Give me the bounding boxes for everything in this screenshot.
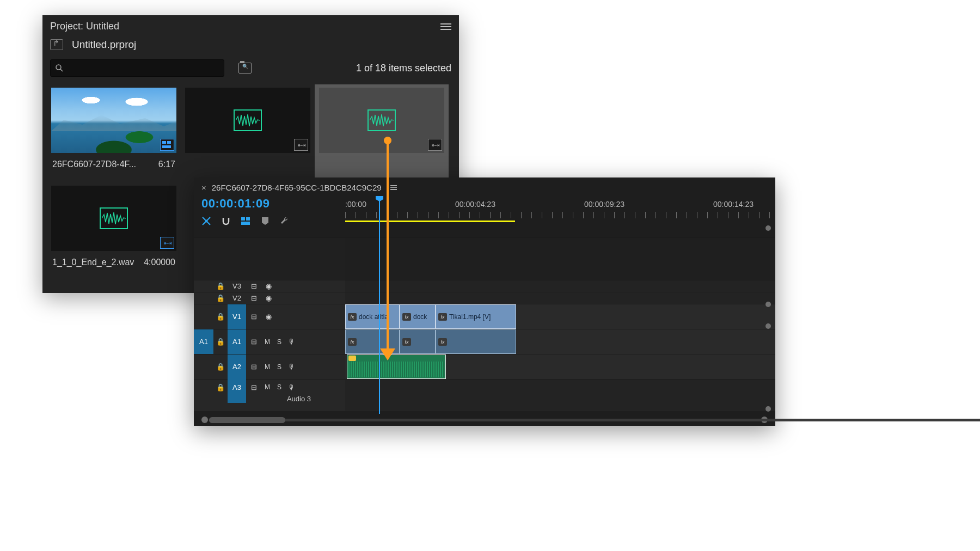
lock-icon[interactable]: 🔒 — [213, 282, 228, 290]
timeline-ruler[interactable]: :00:00 00:00:04:23 00:00:09:23 00:00:14:… — [345, 195, 775, 237]
track-target[interactable]: V2 — [228, 292, 246, 304]
eye-icon[interactable]: ◉ — [261, 313, 275, 321]
solo-toggle[interactable]: S — [273, 383, 285, 391]
sync-lock-icon[interactable]: ⊟ — [246, 282, 261, 290]
bin-item[interactable]: 1_1_0_End_e_2.wav 4:00000 — [47, 182, 181, 280]
panel-menu-icon[interactable] — [440, 23, 451, 30]
source-patch[interactable] — [194, 292, 213, 304]
work-area-bar[interactable] — [345, 221, 515, 222]
solo-toggle[interactable]: S — [273, 338, 285, 346]
playhead-timecode[interactable]: 00:00:01:09 — [201, 195, 345, 211]
vzoom-handle[interactable] — [765, 323, 771, 329]
new-search-bin-icon[interactable] — [238, 63, 252, 74]
source-patch-a1[interactable]: A1 — [194, 329, 213, 354]
lane-v2[interactable] — [345, 292, 775, 304]
scroll-thumb[interactable] — [209, 417, 285, 423]
source-patch[interactable] — [194, 304, 213, 329]
bin-item-caption: 26FC6607-27D8-4F... 6:17 — [51, 153, 176, 169]
insert-overwrite-icon[interactable] — [201, 216, 211, 226]
vzoom-handle[interactable] — [765, 302, 771, 307]
playhead[interactable] — [379, 196, 380, 414]
timeline-tracks[interactable]: fx dock atitla fx dock fx Tikal1.mp4 [V]… — [345, 237, 775, 411]
snap-icon[interactable] — [221, 216, 231, 226]
track-header-v1[interactable]: 🔒 V1 ⊟ ◉ — [194, 304, 345, 329]
sync-lock-icon[interactable]: ⊟ — [246, 338, 261, 346]
eye-icon[interactable]: ◉ — [261, 294, 275, 302]
lock-icon[interactable]: 🔒 — [213, 363, 228, 371]
svg-line-1 — [60, 69, 63, 71]
lane-a1[interactable]: fx fx fx — [345, 329, 775, 354]
lock-icon[interactable]: 🔒 — [213, 338, 228, 346]
track-target[interactable]: A1 — [228, 329, 246, 354]
bin-item-selected[interactable] — [315, 84, 449, 182]
horizontal-zoom-scroll[interactable] — [201, 417, 768, 423]
track-target[interactable]: V3 — [228, 280, 246, 292]
marker-icon[interactable] — [260, 216, 270, 226]
lock-icon[interactable]: 🔒 — [213, 294, 228, 302]
sync-lock-icon[interactable]: ⊟ — [246, 313, 261, 321]
vzoom-handle[interactable] — [765, 225, 771, 231]
wrench-icon[interactable] — [280, 216, 290, 226]
audio-waveform-icon — [234, 109, 262, 131]
thumbnail-sequence[interactable] — [51, 88, 176, 153]
voiceover-icon[interactable]: 🎙 — [285, 363, 297, 371]
sync-lock-icon[interactable]: ⊟ — [246, 363, 261, 371]
close-icon[interactable]: × — [201, 183, 206, 192]
fx-badge-icon: fx — [348, 338, 357, 346]
svg-rect-6 — [241, 217, 245, 221]
project-filename: Untitled.prproj — [72, 39, 136, 51]
timeline-tab[interactable]: × 26FC6607-27D8-4F65-95CC-1BDCB24C9C29 — [194, 177, 775, 195]
thumbnail-audio[interactable] — [51, 186, 176, 251]
thumbnail-audio[interactable] — [319, 88, 444, 153]
video-clip[interactable]: fx Tikal1.mp4 [V] — [436, 304, 516, 329]
voiceover-icon[interactable]: 🎙 — [285, 383, 297, 391]
scroll-track[interactable] — [209, 419, 980, 421]
bin-item-name: 26FC6607-27D8-4F... — [52, 160, 136, 169]
search-input[interactable] — [50, 59, 224, 77]
track-target[interactable]: V1 — [228, 304, 246, 329]
sync-lock-icon[interactable]: ⊟ — [246, 383, 261, 391]
eye-icon[interactable]: ◉ — [261, 282, 275, 290]
mute-toggle[interactable]: M — [261, 363, 273, 371]
track-header-a2[interactable]: 🔒 A2 ⊟ M S 🎙 — [194, 354, 345, 379]
voiceover-icon[interactable]: 🎙 — [285, 338, 297, 346]
source-patch[interactable] — [194, 379, 213, 395]
source-patch[interactable] — [194, 354, 213, 379]
track-header-spacer — [194, 237, 345, 280]
zoom-handle-left[interactable] — [201, 417, 208, 423]
audio-waveform-icon — [100, 207, 128, 229]
sync-lock-icon[interactable]: ⊟ — [246, 294, 261, 302]
track-header-v2[interactable]: 🔒 V2 ⊟ ◉ — [194, 292, 345, 304]
lock-icon[interactable]: 🔒 — [213, 383, 228, 391]
thumbnail-audio[interactable] — [185, 88, 310, 153]
lock-icon[interactable]: 🔒 — [213, 313, 228, 321]
video-clip[interactable]: fx dock — [400, 304, 436, 329]
svg-point-5 — [205, 220, 208, 223]
linked-selection-icon[interactable] — [241, 216, 250, 226]
solo-toggle[interactable]: S — [273, 363, 285, 371]
lane-v3[interactable] — [345, 280, 775, 292]
drag-arrow-annotation — [387, 140, 389, 359]
audio-clip[interactable]: fx — [400, 329, 436, 354]
mute-toggle[interactable]: M — [261, 383, 273, 391]
track-header-a3[interactable]: 🔒 A3 ⊟ M S 🎙 Audio 3 — [194, 379, 345, 411]
vzoom-handle[interactable] — [765, 406, 771, 412]
mute-toggle[interactable]: M — [261, 338, 273, 346]
bin-item[interactable]: 26FC6607-27D8-4F... 6:17 — [47, 84, 181, 182]
video-clip[interactable]: fx dock atitla — [345, 304, 400, 329]
tab-menu-icon[interactable] — [390, 185, 397, 190]
ruler-label: 00:00:14:23 — [713, 200, 754, 209]
lane-a3[interactable] — [345, 379, 775, 411]
track-header-a1[interactable]: A1 🔒 A1 ⊟ M S 🎙 — [194, 329, 345, 354]
track-header-v3[interactable]: 🔒 V3 ⊟ ◉ — [194, 280, 345, 292]
bin-item-name: 1_1_0_End_e_2.wav — [52, 258, 134, 267]
folder-up-icon[interactable] — [50, 39, 63, 50]
bin-item-caption: 1_1_0_End_e_2.wav 4:00000 — [51, 251, 176, 267]
audio-clip[interactable]: fx — [436, 329, 516, 354]
lane-v1[interactable]: fx dock atitla fx dock fx Tikal1.mp4 [V] — [345, 304, 775, 329]
music-clip[interactable] — [347, 354, 446, 379]
bin-item[interactable] — [181, 84, 315, 182]
vertical-zoom-scroll[interactable] — [765, 225, 772, 412]
source-patch[interactable] — [194, 280, 213, 292]
lane-a2[interactable] — [345, 354, 775, 379]
